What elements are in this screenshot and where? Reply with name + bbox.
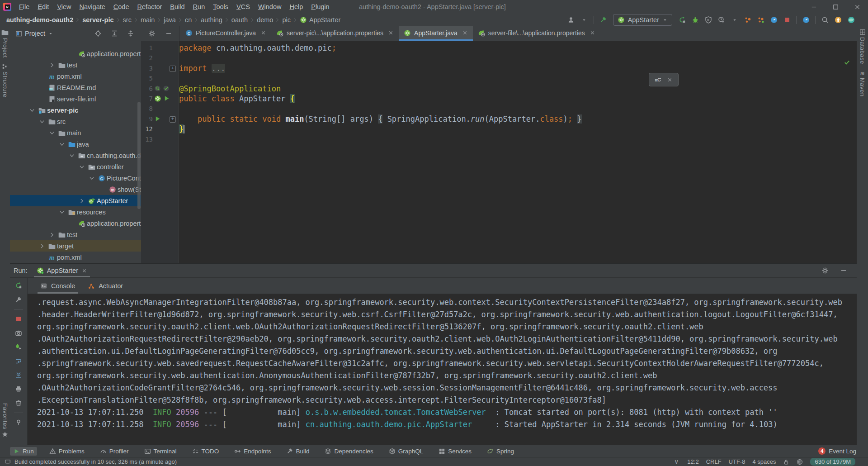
editor-tab-picturecontroller-java[interactable]: CPictureController.java	[180, 26, 271, 41]
breadcrumb-src[interactable]: src	[123, 16, 132, 24]
toolwindow-terminal[interactable]: Terminal	[141, 447, 180, 456]
profiler-button[interactable]	[715, 14, 727, 26]
toolwindow-run[interactable]: Run	[10, 447, 37, 456]
maven-reload-widget[interactable]: m	[649, 73, 679, 86]
locate-button[interactable]	[92, 28, 104, 39]
breadcrumb-demo[interactable]: demo	[257, 16, 273, 24]
menu-plugin[interactable]: Plugin	[307, 0, 333, 14]
chevron-down-icon[interactable]	[77, 164, 87, 170]
pin-button[interactable]	[13, 417, 24, 428]
collapseall-button[interactable]	[124, 28, 137, 39]
run-tab[interactable]: AppStarter	[34, 264, 90, 277]
stripe-tab-maven[interactable]: mMaven	[859, 67, 866, 100]
toolwindow-problems[interactable]: Problems	[46, 447, 88, 456]
menu-build[interactable]: Build	[166, 0, 189, 14]
user-button[interactable]	[565, 14, 577, 26]
editor-tab-server-pic-application-properties[interactable]: server-pic\...\application.properties	[271, 26, 399, 41]
breadcrumb-authing[interactable]: authing	[201, 16, 222, 24]
tree-item-resources[interactable]: resources	[10, 206, 141, 218]
close-icon[interactable]	[260, 30, 266, 36]
tree-item-pom-xml[interactable]: mpom.xml	[10, 252, 141, 263]
toolwindow-todo[interactable]: TODO	[189, 447, 222, 456]
tree-item-target[interactable]: target	[10, 240, 141, 252]
softwrap-button[interactable]	[13, 356, 24, 366]
menu-view[interactable]: View	[53, 0, 75, 14]
sphere-button[interactable]	[845, 14, 857, 26]
tree-item-picturecontroller[interactable]: CPictureController	[10, 172, 141, 184]
menu-edit[interactable]: Edit	[33, 0, 53, 14]
stripe-tab-structure[interactable]: Structure	[2, 61, 9, 100]
stripe-tab-database[interactable]: Database	[859, 26, 866, 67]
toolwindow-build[interactable]: Build	[283, 447, 312, 456]
alloc-button[interactable]	[755, 14, 767, 26]
breadcrumb-pic[interactable]: pic	[282, 16, 291, 24]
chevron-down-icon[interactable]	[37, 119, 47, 125]
scrollend-button[interactable]	[13, 370, 24, 380]
dd-button[interactable]	[578, 14, 590, 26]
chevron-right-icon[interactable]	[37, 243, 47, 249]
run-icon[interactable]	[154, 115, 161, 122]
maximize-button[interactable]	[825, 0, 846, 14]
update-button[interactable]	[832, 14, 844, 26]
toolwindow-spring[interactable]: Spring	[484, 447, 517, 456]
tree-item-main[interactable]: main	[10, 127, 141, 138]
lock-icon[interactable]	[783, 459, 789, 465]
menu-vcs[interactable]: VCS	[232, 0, 254, 14]
tool-windows-icon[interactable]	[5, 459, 11, 465]
toolwindow-graphql[interactable]: GraphQL	[386, 447, 427, 456]
editor-tab-appstarter-java[interactable]: AppStarter.java	[399, 26, 473, 41]
breadcrumb-main[interactable]: main	[141, 16, 155, 24]
close-icon[interactable]	[667, 77, 673, 83]
fold-toggle[interactable]: +	[170, 66, 176, 72]
tree-item-cn-authing-oauth-demo-pic[interactable]: cn.authing.oauth.demo.pic	[10, 150, 141, 161]
wrench-button[interactable]	[13, 294, 24, 305]
tree-item-test[interactable]: test	[10, 59, 141, 71]
inspections-ok-icon[interactable]	[844, 59, 850, 66]
tree-item-test[interactable]: test	[10, 229, 141, 240]
tree-item-server-file-iml[interactable]: server-file.iml	[10, 93, 141, 105]
gear-button[interactable]	[146, 28, 158, 39]
caret-position[interactable]: 12:2	[687, 458, 698, 465]
breadcrumb-authing-demo-oauth2[interactable]: authing-demo-oauth2	[6, 16, 73, 24]
rerun-button[interactable]	[13, 280, 24, 291]
console-output[interactable]: .request.async.WebAsyncManagerIntegratio…	[28, 294, 857, 445]
tree-item-show-string-string[interactable]: mshow(String):String	[10, 184, 141, 195]
tab-actuator[interactable]: Actuator	[83, 278, 127, 294]
close-window-button[interactable]	[846, 0, 868, 14]
chevron-right-icon[interactable]	[77, 198, 87, 204]
print-button[interactable]	[13, 384, 24, 395]
close-icon[interactable]	[388, 30, 394, 36]
chevron-down-icon[interactable]	[27, 107, 37, 114]
cpu-button[interactable]	[741, 14, 754, 26]
tree-item-application-properties[interactable]: application.properties	[10, 218, 141, 229]
toolwindow-services[interactable]: Services	[435, 447, 475, 456]
camera-button[interactable]	[13, 328, 24, 338]
minus-button[interactable]	[162, 28, 175, 39]
breadcrumb-server-pic[interactable]: server-pic	[82, 16, 113, 24]
menu-navigate[interactable]: Navigate	[75, 0, 109, 14]
chevron-down-icon[interactable]	[87, 175, 97, 181]
memory-indicator[interactable]: 630 of 1979M	[810, 458, 855, 466]
project-tree-scrollbar[interactable]	[137, 102, 141, 209]
expandall-button[interactable]	[108, 28, 120, 39]
globe-icon[interactable]	[797, 459, 803, 465]
fold-toggle[interactable]: +	[170, 116, 176, 123]
debug-button[interactable]	[689, 14, 701, 26]
code-editor[interactable]: 1package cn.authing.oauth.demo.pic;23+im…	[141, 41, 857, 263]
toolwindow-endpoints[interactable]: Endpoints	[231, 447, 274, 456]
run-icon[interactable]	[163, 95, 170, 102]
editor-tab-server-file-application-properties[interactable]: server-file\...\application.properties	[473, 26, 600, 41]
tree-item-src[interactable]: src	[10, 116, 141, 127]
gauge-button[interactable]	[768, 14, 780, 26]
tree-item-pom-xml[interactable]: mpom.xml	[10, 71, 141, 82]
coverage-button[interactable]	[702, 14, 714, 26]
chevron-down-icon[interactable]	[67, 152, 77, 159]
toolwindow-dependencies[interactable]: Dependencies	[321, 447, 376, 456]
stripe-tab-project[interactable]: Project	[1, 26, 9, 61]
breadcrumb-current[interactable]: AppStarter	[300, 16, 340, 24]
close-icon[interactable]	[590, 30, 595, 36]
gauge-button[interactable]	[800, 14, 812, 26]
event-log-button[interactable]: 4 Event Log	[818, 447, 868, 455]
gear-button[interactable]	[819, 265, 831, 276]
chevron-down-icon[interactable]	[48, 31, 53, 36]
